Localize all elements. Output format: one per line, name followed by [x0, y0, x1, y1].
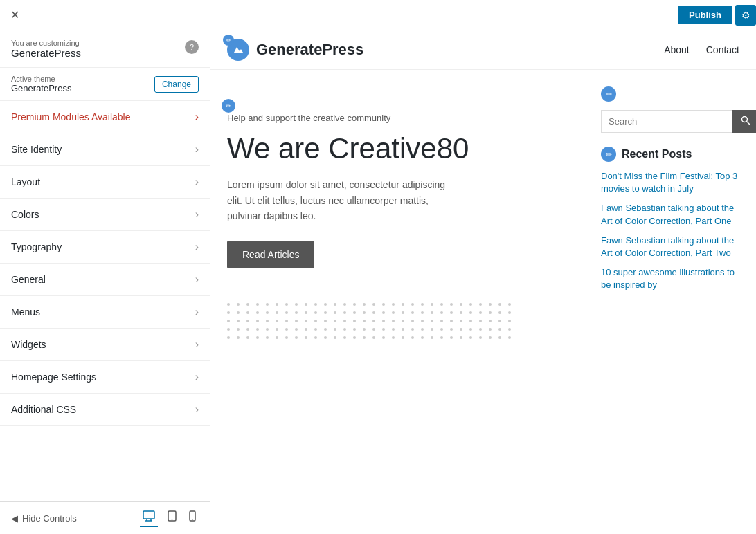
sidebar-item-label: Colors [11, 209, 39, 220]
recent-post-2[interactable]: Fawn Sebastian talking about the Art of … [601, 234, 739, 259]
sidebar-item-layout[interactable]: Layout › [0, 166, 210, 199]
search-edit-icon[interactable]: ✏ [601, 86, 616, 102]
sidebar: You are customizing GeneratePress ? Acti… [0, 30, 210, 534]
header-nav: About Contact [664, 44, 739, 55]
svg-line-9 [747, 122, 750, 125]
sidebar-item-menus[interactable]: Menus › [0, 296, 210, 329]
recent-post-0[interactable]: Don't Miss the Film Festival: Top 3 movi… [601, 170, 739, 195]
sidebar-item-label: Widgets [11, 339, 46, 350]
preview-area: ✏ GeneratePress About Contact ✏ Help and… [210, 30, 756, 534]
hero-subtitle: Help and support the creative community [227, 113, 584, 123]
chevron-right-icon: › [195, 143, 199, 156]
nav-about[interactable]: About [664, 44, 690, 55]
read-articles-button[interactable]: Read Articles [227, 241, 314, 268]
dot-pattern: (function(){ const container = document.… [227, 303, 584, 339]
recent-posts-widget: ✏ Recent Posts Don't Miss the Film Festi… [601, 147, 739, 292]
sidebar-item-colors[interactable]: Colors › [0, 199, 210, 231]
close-icon: ✕ [10, 8, 19, 21]
desktop-view-button[interactable] [140, 509, 158, 527]
sidebar-right: ✏ ✏ Recent Posts Don't Miss t [601, 86, 739, 517]
logo-edit-icon[interactable]: ✏ [223, 35, 234, 46]
recent-post-3[interactable]: 10 super awesome illustrations to be ins… [601, 266, 739, 291]
sidebar-item-label: Homepage Settings [11, 371, 96, 383]
recent-posts-edit-icon[interactable]: ✏ [601, 147, 616, 162]
sidebar-item-label: Typography [11, 241, 62, 252]
chevron-right-icon: › [195, 371, 199, 383]
site-title: GeneratePress [256, 41, 363, 59]
sidebar-item-widgets[interactable]: Widgets › [0, 329, 210, 361]
search-widget-header: ✏ [601, 86, 739, 102]
chevron-right-icon: › [195, 111, 199, 123]
hero-title: We are Creative80 [227, 131, 584, 166]
mobile-view-button[interactable] [186, 509, 199, 527]
content-area: ✏ Help and support the creative communit… [210, 70, 756, 534]
sidebar-item-label: General [11, 274, 46, 285]
sidebar-item-label: Additional CSS [11, 404, 76, 415]
hero-description: Lorem ipsum dolor sit amet, consectetur … [227, 177, 449, 223]
left-arrow-icon: ◀ [11, 513, 18, 524]
hero-edit-icon[interactable]: ✏ [222, 99, 235, 113]
bottom-bar: ◀ Hide Controls [0, 501, 210, 534]
sidebar-item-homepage-settings[interactable]: Homepage Settings › [0, 361, 210, 394]
help-icon[interactable]: ? [185, 40, 199, 54]
hide-controls-button[interactable]: ◀ Hide Controls [11, 513, 77, 524]
sidebar-item-label: Menus [11, 306, 40, 317]
sidebar-item-additional-css[interactable]: Additional CSS › [0, 394, 210, 426]
main-layout: You are customizing GeneratePress ? Acti… [0, 30, 756, 534]
hide-controls-label: Hide Controls [22, 513, 77, 524]
hero-section: ✏ Help and support the creative communit… [227, 86, 584, 289]
search-input[interactable] [601, 110, 732, 133]
top-bar: ✕ Publish ⚙ [0, 0, 756, 30]
svg-point-7 [192, 519, 192, 519]
chevron-right-icon: › [195, 208, 199, 221]
svg-rect-0 [143, 511, 154, 519]
sidebar-item-premium[interactable]: Premium Modules Available › [0, 101, 210, 134]
nav-contact[interactable]: Contact [706, 44, 739, 55]
sidebar-item-label: Site Identity [11, 144, 62, 155]
main-content: ✏ Help and support the creative communit… [227, 86, 584, 517]
chevron-right-icon: › [195, 306, 199, 318]
view-icons [140, 509, 199, 527]
recent-post-1[interactable]: Fawn Sebastian talking about the Art of … [601, 202, 739, 227]
publish-button[interactable]: Publish [678, 6, 732, 24]
tablet-view-button[interactable] [165, 509, 179, 527]
theme-section: Active theme GeneratePress Change [0, 68, 210, 101]
customizing-label: You are customizing [11, 39, 81, 47]
customizing-section: You are customizing GeneratePress ? [0, 30, 210, 68]
chevron-right-icon: › [195, 241, 199, 253]
search-input-wrap [601, 110, 739, 133]
site-logo-area: ✏ GeneratePress [227, 39, 363, 61]
recent-posts-header: ✏ Recent Posts [601, 147, 739, 162]
sidebar-item-label: Layout [11, 176, 40, 187]
recent-posts-title: Recent Posts [622, 148, 692, 160]
sidebar-site-name: GeneratePress [11, 47, 81, 59]
change-theme-button[interactable]: Change [154, 76, 199, 93]
chevron-right-icon: › [195, 273, 199, 286]
close-button[interactable]: ✕ [0, 0, 30, 30]
chevron-right-icon: › [195, 176, 199, 188]
active-theme-label: Active theme [11, 75, 71, 83]
sidebar-item-general[interactable]: General › [0, 264, 210, 296]
svg-point-5 [172, 519, 173, 520]
theme-name: GeneratePress [11, 83, 71, 93]
sidebar-item-typography[interactable]: Typography › [0, 231, 210, 264]
chevron-right-icon: › [195, 403, 199, 416]
gear-button[interactable]: ⚙ [735, 5, 756, 26]
sidebar-item-site-identity[interactable]: Site Identity › [0, 134, 210, 166]
search-widget: ✏ [601, 86, 739, 133]
sidebar-item-premium-label: Premium Modules Available [11, 111, 131, 122]
search-submit-button[interactable] [732, 110, 756, 133]
site-header: ✏ GeneratePress About Contact [210, 30, 756, 70]
chevron-right-icon: › [195, 338, 199, 351]
gear-icon: ⚙ [741, 10, 750, 21]
